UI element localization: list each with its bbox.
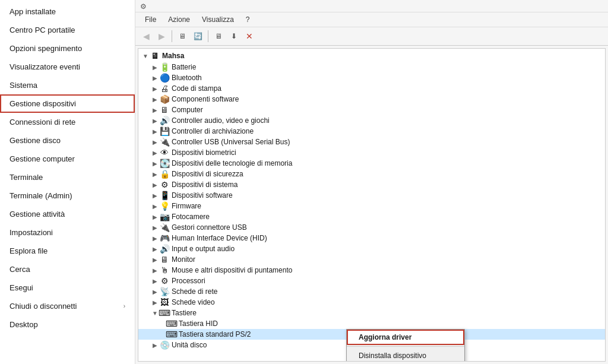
toolbar-monitor-btn[interactable]: 🖥 (211, 29, 226, 43)
tree-item-21[interactable]: ▶ 📡 Schede di rete (138, 286, 605, 297)
tree-item-9[interactable]: ▶ 💽 Dispositivi delle tecnologie di memo… (138, 158, 605, 169)
sidebar-item-5[interactable]: Gestione dispositivi (0, 94, 135, 113)
context-menu-item-1[interactable]: Disinstalla dispositivo (347, 348, 464, 362)
tree-expand-4: ▶ (150, 105, 160, 115)
sidebar-item-6[interactable]: Connessioni di rete (0, 113, 135, 131)
menu-item-azione[interactable]: Azione (163, 14, 195, 26)
tree-item-2[interactable]: ▶ 🖨 Code di stampa (138, 83, 605, 94)
tree-item-10[interactable]: ▶ 🔒 Dispositivi di sicurezza (138, 169, 605, 179)
tree-expand-20: ▶ (150, 276, 160, 286)
tree-label-23: Tastiere (172, 309, 197, 317)
sidebar-item-12[interactable]: Impostazioni (0, 223, 135, 242)
tree-expand-14: ▶ (150, 212, 160, 221)
toolbar-remove-btn[interactable]: ✕ (242, 29, 256, 43)
context-menu-item-0[interactable]: Aggiorna driver (347, 330, 464, 345)
tree-expand-12: ▶ (150, 191, 160, 200)
menu-bar: FileAzioneVisualizza? (135, 12, 608, 27)
toolbar-scan-btn[interactable]: ⬇ (227, 29, 241, 43)
context-menu: Aggiorna driverDisinstalla dispositivoRi… (346, 329, 465, 362)
tree-item-3[interactable]: ▶ 📦 Componenti software (138, 94, 605, 105)
sidebar-item-label-7: Gestione disco (10, 136, 61, 145)
sidebar-item-9[interactable]: Terminale (0, 168, 135, 186)
sidebar-item-2[interactable]: Opzioni spegnimento (0, 39, 135, 58)
sidebar-item-label-10: Terminale (Admin) (10, 191, 72, 200)
sidebar-item-label-17: Desktop (10, 320, 38, 329)
toolbar-sep-1 (172, 30, 172, 42)
tree-icon-21: 📡 (160, 287, 169, 296)
tree-item-8[interactable]: ▶ 👁 Dispositivi biometrici (138, 147, 605, 158)
sidebar-item-label-2: Opzioni spegnimento (10, 44, 82, 53)
tree-icon-16: 🎮 (160, 233, 169, 243)
tree-expand-17: ▶ (150, 244, 160, 254)
sidebar-item-3[interactable]: Visualizzatore eventi (0, 58, 135, 76)
tree-root[interactable]: ▼ 🖥 Mahsa (138, 50, 605, 62)
tree-item-15[interactable]: ▶ 🔌 Gestori connettore USB (138, 222, 605, 233)
tree-item-14[interactable]: ▶ 📷 Fotocamere (138, 211, 605, 222)
sidebar-item-label-0: App installate (10, 7, 56, 16)
sidebar: App installateCentro PC portatileOpzioni… (0, 0, 135, 364)
tree-item-17[interactable]: ▶ 🔊 Input e output audio (138, 243, 605, 254)
tree-item-16[interactable]: ▶ 🎮 Human Interface Device (HID) (138, 233, 605, 243)
tree-icon-22: 🖼 (160, 297, 169, 307)
tree-label-15: Gestori connettore USB (172, 223, 247, 232)
sidebar-item-label-13: Esplora file (10, 246, 48, 255)
tree-label-20: Processori (172, 277, 205, 285)
sidebar-item-13[interactable]: Esplora file (0, 242, 135, 260)
tree-item-12[interactable]: ▶ 📱 Dispositivi software (138, 190, 605, 201)
tree-item-0[interactable]: ▶ 🔋 Batterie (138, 62, 605, 72)
tree-icon-20: ⚙ (160, 276, 169, 286)
sidebar-item-16[interactable]: Chiudi o disconnetti› (0, 297, 135, 315)
tree-item-6[interactable]: ▶ 💾 Controller di archiviazione (138, 126, 605, 137)
tree-expand-10: ▶ (150, 169, 160, 179)
tree-item-18[interactable]: ▶ 🖥 Monitor (138, 254, 605, 265)
tree-item-24[interactable]: ⌨ Tastiera HID (138, 318, 605, 329)
sidebar-item-11[interactable]: Gestione attività (0, 205, 135, 223)
menu-item-?[interactable]: ? (241, 14, 255, 26)
toolbar-refresh-btn[interactable]: 🔄 (191, 29, 205, 43)
title-bar: ⚙ (135, 0, 608, 12)
tree-item-7[interactable]: ▶ 🔌 Controller USB (Universal Serial Bus… (138, 137, 605, 147)
tree-item-5[interactable]: ▶ 🔊 Controller audio, video e giochi (138, 115, 605, 126)
sidebar-item-4[interactable]: Sistema (0, 76, 135, 94)
sidebar-item-14[interactable]: Cerca (0, 260, 135, 278)
menu-item-visualizza[interactable]: Visualizza (197, 14, 239, 26)
sidebar-item-17[interactable]: Desktop (0, 315, 135, 334)
tree-expand-7: ▶ (150, 137, 160, 147)
tree-icon-24: ⌨ (167, 319, 176, 328)
tree-label-16: Human Interface Device (HID) (172, 234, 267, 242)
sidebar-item-1[interactable]: Centro PC portatile (0, 21, 135, 39)
menu-item-file[interactable]: File (140, 14, 161, 26)
sidebar-item-label-5: Gestione dispositivi (10, 99, 76, 108)
sidebar-item-label-15: Esegui (10, 283, 33, 292)
tree-icon-4: 🖥 (160, 105, 169, 115)
tree-item-4[interactable]: ▶ 🖥 Computer (138, 105, 605, 115)
sidebar-item-7[interactable]: Gestione disco (0, 131, 135, 150)
tree-label-10: Dispositivi di sicurezza (172, 170, 243, 178)
tree-item-22[interactable]: ▶ 🖼 Schede video (138, 297, 605, 308)
tree-label-24: Tastiera HID (179, 319, 218, 328)
toolbar-properties-btn[interactable]: 🖥 (175, 29, 189, 43)
tree-item-19[interactable]: ▶ 🖱 Mouse e altri dispositivi di puntame… (138, 265, 605, 276)
tree-icon-26: 💿 (160, 340, 169, 350)
sidebar-item-8[interactable]: Gestione computer (0, 150, 135, 168)
tree-item-20[interactable]: ▶ ⚙ Processori (138, 276, 605, 286)
device-manager-tree: ▼ 🖥 Mahsa ▶ 🔋 Batterie ▶ 🔵 Bluetooth ▶ 🖨… (138, 48, 606, 362)
sidebar-item-10[interactable]: Terminale (Admin) (0, 186, 135, 205)
tree-item-13[interactable]: ▶ 💡 Firmware (138, 201, 605, 211)
tree-expand-19: ▶ (150, 265, 160, 275)
sidebar-item-0[interactable]: App installate (0, 2, 135, 21)
tree-expand-8: ▶ (150, 148, 160, 157)
tree-item-23[interactable]: ▼ ⌨ Tastiere (138, 308, 605, 318)
toolbar-forward-btn[interactable]: ▶ (154, 29, 169, 43)
toolbar-back-btn[interactable]: ◀ (139, 29, 153, 43)
tree-label-2: Code di stampa (172, 84, 221, 93)
tree-expand-2: ▶ (150, 84, 160, 93)
sidebar-item-15[interactable]: Esegui (0, 278, 135, 297)
tree-icon-1: 🔵 (160, 73, 169, 83)
toolbar-sep-2 (208, 30, 208, 42)
tree-item-1[interactable]: ▶ 🔵 Bluetooth (138, 72, 605, 83)
tree-icon-6: 💾 (160, 126, 169, 136)
tree-expand-26: ▶ (150, 340, 160, 350)
tree-expand-0: ▶ (150, 62, 160, 72)
tree-item-11[interactable]: ▶ ⚙ Dispositivi di sistema (138, 179, 605, 190)
